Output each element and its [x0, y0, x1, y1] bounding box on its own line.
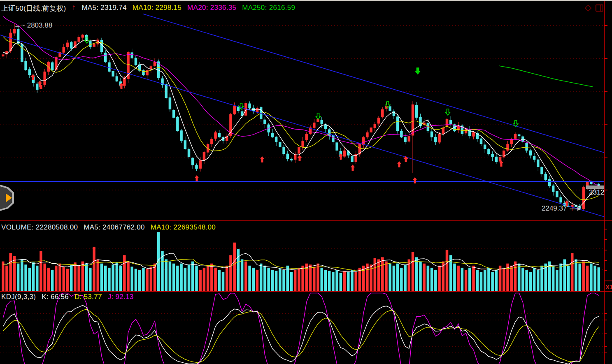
ma5-value: MA5: 2319.74 — [81, 4, 126, 13]
trading-chart-screen: 上证50(日线.前复权) ↑ MA5: 2319.74 MA10: 2298.1… — [0, 0, 612, 364]
last-price-label: 2312 — [589, 188, 605, 197]
kdj-d-value: D: 53.77 — [74, 293, 102, 301]
instrument-title: 上证50(日线.前复权) — [1, 4, 66, 13]
up-arrow-icon: ↑ — [72, 4, 76, 13]
kdj-k-value: K: 66.56 — [42, 293, 69, 301]
volume-pane-header: VOLUME: 22280508.00 MA5: 24067762.00 MA1… — [1, 223, 216, 232]
chart-canvas[interactable] — [0, 0, 612, 364]
diamond-icon[interactable]: ◇ — [585, 2, 591, 12]
high-price-label: ←~ 2803.88 — [14, 21, 52, 30]
volume-value: VOLUME: 22280508.00 — [1, 223, 78, 232]
low-price-label: 2249.37 — [542, 204, 567, 213]
volume-ma5-value: MA5: 24067762.00 — [84, 223, 144, 232]
window-top-edge — [0, 0, 612, 1]
ma10-value: MA10: 2298.15 — [133, 4, 182, 13]
volume-scale-label: X1 — [605, 283, 612, 290]
split-window-icon[interactable] — [596, 5, 603, 12]
high-price-arrow: ←~ — [14, 21, 25, 29]
volume-ma10-value: MA10: 22693548.00 — [151, 223, 216, 232]
ma250-value: MA250: 2616.59 — [242, 4, 295, 13]
split-window-icon-divider — [600, 5, 601, 11]
kdj-pane-header: KDJ(9,3,3) K: 66.56 D: 53.77 J: 92.13 — [1, 293, 134, 301]
ma20-value: MA20: 2336.35 — [187, 4, 236, 13]
kdj-j-value: J: 92.13 — [108, 293, 134, 301]
high-price-value: 2803.88 — [27, 21, 52, 29]
price-pane-header: 上证50(日线.前复权) ↑ MA5: 2319.74 MA10: 2298.1… — [1, 4, 295, 13]
kdj-params: KDJ(9,3,3) — [1, 293, 36, 301]
